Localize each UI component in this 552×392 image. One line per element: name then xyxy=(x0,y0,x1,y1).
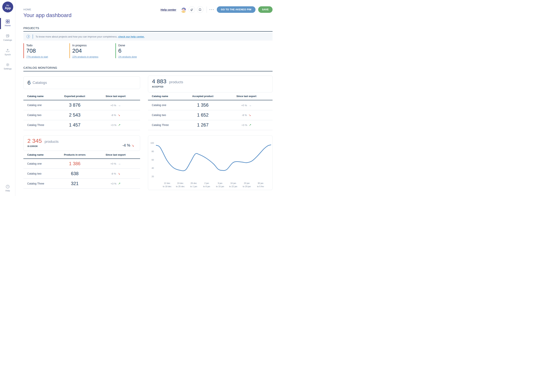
x-axis-tick: 2 jan xyxy=(204,182,209,184)
catalog-name: Catalog one xyxy=(23,100,58,110)
catalog-name: Catalog two xyxy=(23,110,58,120)
announcements-button[interactable] xyxy=(189,6,195,13)
sidebar: My App Home xyxy=(0,0,15,196)
sidebar-item-help[interactable]: ? Help xyxy=(0,184,15,192)
exported-products-table: Catalog nameExported productSince last e… xyxy=(23,95,140,130)
main-content: HOME Your app dashboard Help center xyxy=(15,0,276,196)
help-center-link[interactable]: Help center xyxy=(161,8,176,11)
product-count: 1 457 xyxy=(58,120,91,130)
table-row: Catalog one1 356+0 %→ xyxy=(148,100,273,110)
error-count: 2 345 xyxy=(27,138,42,144)
column-header: Since last export xyxy=(220,95,273,100)
sidebar-item-synch[interactable]: Synch xyxy=(0,48,15,56)
stat-link[interactable]: 77% products to start xyxy=(26,56,48,58)
y-axis-tick: 100 xyxy=(151,142,154,144)
since-last-export-delta: +3 %↗ xyxy=(220,120,273,130)
accepted-count-label: products xyxy=(169,80,183,84)
x-axis-tick: to 8 jan xyxy=(203,185,210,188)
sidebar-item-catalogs[interactable]: Catalogs xyxy=(0,34,15,41)
product-count: 1 356 xyxy=(185,100,220,110)
banner-help-link[interactable]: check our help center. xyxy=(118,35,145,38)
gear-icon xyxy=(5,63,10,67)
stat-in-progress: In progress 204 22% products in progress xyxy=(69,43,115,58)
since-last-export-delta: -8 %↘ xyxy=(91,110,140,120)
more-options-button[interactable] xyxy=(210,9,214,10)
x-axis-tick: to 5 fev xyxy=(257,185,264,188)
stat-done: Done 6 1% products done xyxy=(115,43,161,58)
column-header: Accepted product xyxy=(185,95,220,100)
stat-label: In progress xyxy=(72,44,115,47)
catalog-name: Catalog one xyxy=(23,159,58,169)
catalog-name: Catalog Three xyxy=(23,120,58,130)
projects-section-title: PROJECTS xyxy=(23,26,39,30)
table-row: Catalog Three1 267+3 %↗ xyxy=(148,120,273,130)
x-axis-tick: 12 dec xyxy=(164,182,170,184)
catalog-name: Catalog two xyxy=(148,110,185,120)
x-axis-tick: 16 jan xyxy=(230,182,236,184)
help-question-icon: ? xyxy=(5,184,10,189)
app-logo[interactable]: My App xyxy=(2,1,13,13)
avatar[interactable] xyxy=(181,7,187,13)
save-button[interactable]: SAVE xyxy=(258,6,273,13)
stat-label: Done xyxy=(118,44,161,47)
sidebar-item-home[interactable]: Home xyxy=(0,19,15,27)
section-divider xyxy=(23,71,273,71)
table-row: Catalog one1 386+0 %→ xyxy=(23,159,140,169)
column-header: Catalog name xyxy=(148,95,185,100)
catalogs-count-label: Catalogs xyxy=(33,81,47,85)
line-chart-svg: 1008060402012 decto 18 dec19 decto 25 de… xyxy=(148,136,272,190)
accepted-column: 4 883 products ACCEPTED Catalog nameAcce… xyxy=(148,76,273,190)
stat-link[interactable]: 22% products in progress xyxy=(72,56,98,58)
product-count: 3 876 xyxy=(58,100,91,110)
notifications-button[interactable] xyxy=(197,6,203,13)
catalog-name: Catalog one xyxy=(148,100,185,110)
product-count: 321 xyxy=(58,179,91,189)
stat-link[interactable]: 1% products done xyxy=(118,56,137,58)
project-stats: Todo 708 77% products to start In progre… xyxy=(23,43,161,58)
table-row: Catalog two1 652-8 %↘ xyxy=(148,110,273,120)
breadcrumb: HOME xyxy=(23,8,31,11)
catalogs-count-card: 6 Catalogs xyxy=(23,76,140,89)
since-last-export-delta: +3 %↗ xyxy=(91,120,140,130)
table-row: Catalog Three1 457+3 %↗ xyxy=(23,120,140,130)
product-count: 1 652 xyxy=(185,110,220,120)
catalogs-count: 6 xyxy=(27,79,31,86)
x-axis-tick: to 25 dec xyxy=(176,185,185,188)
trend-down-icon: ↘ xyxy=(118,172,120,175)
product-count: 2 543 xyxy=(58,110,91,120)
stat-value: 708 xyxy=(26,48,69,54)
trend-down-icon: ↘ xyxy=(118,113,120,117)
catalog-monitoring-section-title: CATALOG MONITORING xyxy=(23,66,57,69)
since-last-export-delta: +0 %→ xyxy=(91,159,140,169)
error-sublabel: IN ERROR xyxy=(27,145,136,147)
stat-value: 6 xyxy=(118,48,161,54)
catalog-name: Catalog Three xyxy=(23,179,58,189)
sidebar-item-label: Settings xyxy=(4,68,12,70)
megaphone-icon xyxy=(190,8,194,12)
table-row: Catalog one3 876+0 %→ xyxy=(23,100,140,110)
column-header: Catalog name xyxy=(23,95,58,100)
table-row: Catalog Three321+3 %↗ xyxy=(23,179,140,189)
accepted-sublabel: ACCEPTED xyxy=(152,86,269,88)
error-count-label: products xyxy=(45,140,59,144)
synch-upload-icon xyxy=(5,48,10,53)
since-last-export-delta: -8 %↘ xyxy=(91,169,140,179)
app-screen: My App Home xyxy=(0,0,276,196)
since-last-export-delta: +0 %→ xyxy=(220,100,273,110)
y-axis-tick: 40 xyxy=(152,167,154,169)
column-header: Since last export xyxy=(91,153,140,159)
column-header: Products in errors xyxy=(58,153,91,159)
svg-text:?: ? xyxy=(7,185,8,188)
sidebar-item-settings[interactable]: Settings xyxy=(0,63,15,70)
trend-up-icon: ↗ xyxy=(118,123,121,126)
home-grid-icon xyxy=(5,19,10,24)
section-divider xyxy=(23,31,273,32)
y-axis-tick: 80 xyxy=(152,150,154,152)
bell-icon xyxy=(198,8,202,12)
go-to-pim-button[interactable]: GO TO THE AKENEO PIM xyxy=(217,6,256,13)
stat-label: Todo xyxy=(26,44,69,47)
error-delta: -4 %↘ xyxy=(123,143,134,147)
trend-flat-icon: → xyxy=(118,162,121,165)
sidebar-item-label: Synch xyxy=(5,53,11,56)
sidebar-item-label: Home xyxy=(5,24,11,27)
